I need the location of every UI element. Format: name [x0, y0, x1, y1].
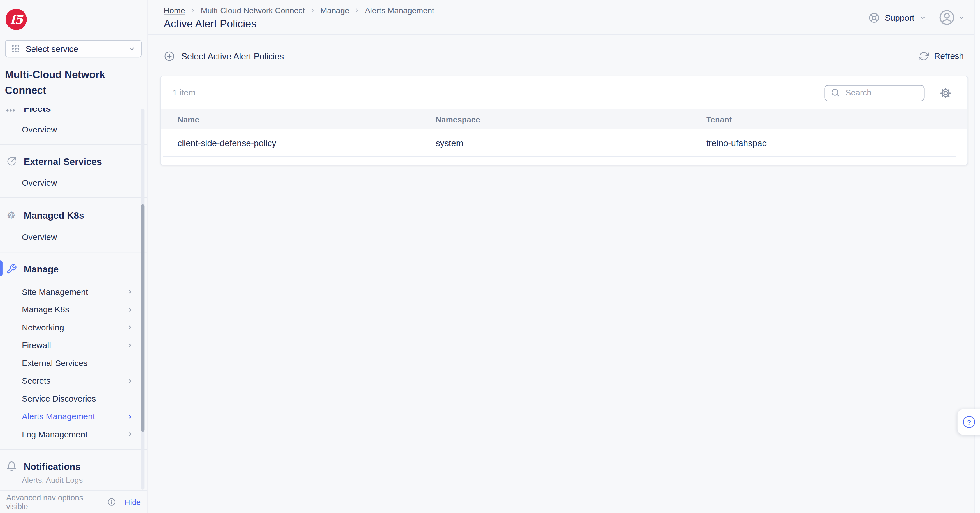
grid-icon: [11, 44, 20, 53]
item-label: Log Management: [22, 430, 88, 439]
advanced-nav-text: Advanced nav options visible: [6, 493, 104, 510]
chevron-right-icon: [127, 324, 133, 330]
chevron-down-icon: [128, 45, 135, 52]
item-label: External Services: [22, 359, 88, 368]
main-area: Home Multi-Cloud Network Connect Manage …: [148, 0, 980, 513]
product-title: Multi-Cloud Network Connect: [5, 67, 142, 98]
hide-nav-link[interactable]: Hide: [125, 498, 141, 506]
sidebar-section-fleets[interactable]: Fleets: [0, 108, 147, 118]
select-active-alert-policies-button[interactable]: Select Active Alert Policies: [164, 51, 284, 62]
header-actions: Support: [868, 9, 965, 25]
search-icon: [830, 88, 840, 97]
account-menu[interactable]: [939, 9, 965, 25]
section-title: External Services: [24, 156, 102, 167]
item-count: 1 item: [173, 88, 196, 97]
alert-policies-card: 1 item Name Namespace: [160, 76, 968, 165]
chevron-right-icon: [127, 289, 133, 295]
notifications-subtitle: Alerts, Audit Logs: [0, 476, 147, 484]
card-bottom-spacer: [161, 157, 967, 165]
sidebar-item-service-discoveries[interactable]: Service Discoveries: [0, 390, 147, 408]
column-header-name[interactable]: Name: [178, 114, 436, 124]
item-label: Service Discoveries: [22, 394, 96, 403]
page-scrollbar-gutter: [974, 0, 980, 513]
chevron-right-icon: [190, 8, 196, 13]
divider: [0, 144, 147, 145]
divider: [0, 197, 147, 198]
sidebar-section-external-services[interactable]: External Services: [0, 151, 147, 170]
chevron-down-icon: [958, 14, 965, 21]
k8s-wheel-icon: ☸: [5, 209, 18, 221]
fleet-icon: [5, 108, 18, 113]
plus-circle-icon: [164, 51, 175, 62]
column-header-tenant[interactable]: Tenant: [706, 114, 968, 124]
sidebar-section-manage[interactable]: Manage: [0, 259, 147, 278]
sidebar-item-alerts-management[interactable]: Alerts Management: [0, 408, 147, 426]
help-button[interactable]: ?: [958, 409, 980, 435]
sidebar-item-external-services[interactable]: External Services: [0, 354, 147, 372]
sidebar-item-managed-k8s-overview[interactable]: Overview: [0, 227, 147, 246]
chevron-right-icon: [310, 8, 315, 13]
avatar-icon: [939, 9, 955, 25]
bell-icon: [5, 461, 18, 471]
breadcrumb-item[interactable]: Manage: [320, 6, 349, 15]
section-title: Notifications: [24, 461, 81, 471]
wrench-icon: [5, 264, 18, 274]
service-selector-label: Select service: [25, 44, 123, 53]
section-title: Fleets: [24, 108, 51, 114]
breadcrumb-item[interactable]: Multi-Cloud Network Connect: [200, 6, 304, 15]
support-label: Support: [885, 13, 915, 22]
sidebar-item-networking[interactable]: Networking: [0, 319, 147, 337]
chevron-right-icon: [127, 307, 133, 313]
refresh-button[interactable]: Refresh: [919, 51, 964, 61]
cell-namespace: system: [436, 138, 706, 148]
sidebar-item-manage-k8s[interactable]: Manage K8s: [0, 301, 147, 319]
section-title: Manage: [24, 264, 59, 274]
info-icon[interactable]: [108, 498, 116, 506]
refresh-icon: [919, 51, 929, 61]
item-label: Firewall: [22, 340, 51, 350]
section-title: Managed K8s: [24, 210, 84, 221]
breadcrumb: Home Multi-Cloud Network Connect Manage …: [164, 0, 964, 15]
lifebuoy-icon: [868, 11, 880, 23]
sidebar-item-secrets[interactable]: Secrets: [0, 372, 147, 390]
chevron-right-icon: [355, 8, 360, 13]
select-button-label: Select Active Alert Policies: [181, 51, 284, 61]
divider: [0, 449, 147, 449]
page-actions: Select Active Alert Policies Refresh: [164, 49, 964, 62]
item-label: Site Management: [22, 287, 88, 297]
item-label: Alerts Management: [22, 412, 95, 421]
support-menu[interactable]: Support: [868, 11, 926, 23]
item-label: Networking: [22, 323, 64, 332]
chevron-right-icon: [127, 342, 133, 348]
sidebar-item-log-management[interactable]: Log Management: [0, 426, 147, 443]
sidebar-footer: Advanced nav options visible Hide: [0, 490, 147, 513]
f5-logo: f5: [6, 9, 27, 30]
cell-tenant: treino-ufahspac: [706, 138, 968, 148]
table-header-row: Name Namespace Tenant: [161, 109, 967, 129]
external-services-icon: [5, 156, 18, 167]
chevron-right-icon: [127, 413, 133, 419]
sidebar-item-firewall[interactable]: Firewall: [0, 336, 147, 354]
table-row[interactable]: client-side-defense-policy system treino…: [161, 129, 967, 157]
gear-icon[interactable]: [939, 87, 952, 99]
sidebar-nav: Fleets Overview External Services O: [0, 108, 147, 490]
item-label: Secrets: [22, 376, 51, 386]
sidebar-section-notifications[interactable]: Notifications: [0, 456, 147, 475]
breadcrumb-item[interactable]: Alerts Management: [365, 6, 434, 15]
cell-name[interactable]: client-side-defense-policy: [178, 138, 436, 148]
sidebar-section-managed-k8s[interactable]: ☸ Managed K8s: [0, 204, 147, 225]
chevron-down-icon: [920, 14, 926, 21]
sidebar-item-external-services-overview[interactable]: Overview: [0, 173, 147, 192]
service-selector[interactable]: Select service: [5, 40, 142, 57]
sidebar-item-site-management[interactable]: Site Management: [0, 283, 147, 301]
column-header-namespace[interactable]: Namespace: [436, 114, 706, 124]
page-title: Active Alert Policies: [164, 18, 964, 31]
sidebar-scrollbar-thumb[interactable]: [141, 204, 144, 432]
app-window: f5 Select service Multi-Cloud Network Co…: [0, 0, 980, 513]
sidebar-item-fleets-overview[interactable]: Overview: [0, 120, 147, 138]
search-box[interactable]: [824, 84, 924, 101]
chevron-right-icon: [127, 431, 133, 437]
refresh-label: Refresh: [934, 51, 964, 60]
search-input[interactable]: [845, 87, 918, 98]
breadcrumb-home-link[interactable]: Home: [164, 6, 185, 15]
